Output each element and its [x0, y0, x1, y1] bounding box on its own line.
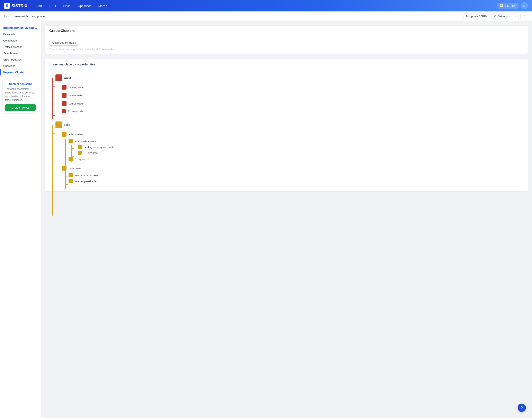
top-nav-links: Start SEO Links Optimizer More ▾	[32, 2, 497, 9]
heater-water-box	[62, 93, 67, 98]
share-button[interactable]: ↗	[520, 13, 528, 19]
person-icon: ↗	[523, 15, 525, 18]
inverter-panel-solar-label: inverter panel solar	[75, 180, 97, 183]
inverters-panel-solar-box	[69, 173, 73, 177]
heating-water-box	[62, 85, 67, 90]
content-assistant-panel: Content Assistant The Content Assistant …	[2, 80, 38, 114]
node-2-keywords[interactable]: 2 Keywords	[75, 151, 115, 155]
cluster-group-solar: solar solar system	[49, 121, 524, 183]
brand-name: SISTRIX	[12, 3, 27, 8]
list-icon: ≡	[514, 15, 516, 18]
node-water[interactable]: water	[55, 74, 524, 81]
node-inverters-panel-solar[interactable]: inverters panel solar	[69, 173, 99, 177]
breadcrumb-bar: Lists › greenmatch.co.uk opportu... ↻ Up…	[0, 12, 532, 21]
node-solar-system-water[interactable]: solar system water	[69, 139, 115, 155]
cluster-tree-visual: water heating water	[49, 74, 524, 183]
top-nav-right: SISTRIX SP	[497, 2, 528, 9]
water-label: water	[64, 76, 71, 79]
solar-system-water-label: solar system water	[75, 140, 97, 143]
nav-start[interactable]: Start	[32, 2, 46, 9]
heating-solar-system-water-label: heating solar system water	[84, 146, 115, 149]
sidebar-item-questions[interactable]: Questions	[0, 63, 41, 69]
node-panel-solar[interactable]: panel solar	[62, 166, 524, 183]
node-heater-water[interactable]: heater water	[62, 93, 524, 98]
node-source-water[interactable]: source water	[62, 101, 524, 106]
source-water-label: source water	[69, 102, 84, 105]
2-keywords-box	[78, 151, 82, 155]
breadcrumb-separator: ›	[11, 15, 12, 18]
panel-solar-label: panel solar	[69, 167, 82, 170]
solar-system-label: solar system	[69, 133, 83, 136]
group-clusters-title: Group Clusters	[45, 25, 528, 36]
source-water-box	[62, 101, 67, 106]
8-keywords-label: 8 Keywords	[75, 158, 89, 161]
node-8-keywords[interactable]: 8 Keywords	[69, 157, 115, 161]
top-navigation: S SISTRIX Start SEO Links Optimizer More…	[0, 0, 532, 12]
node-heating-water[interactable]: heating water	[62, 85, 524, 90]
sidebar-project-title: greenmatch.co.uk opp	[3, 26, 34, 29]
group-clusters-description: The clusters can be grouped to simplify …	[49, 48, 524, 51]
cluster-section-label: greenmatch.co.uk opportunities	[49, 62, 97, 67]
sidebar-item-serp-features[interactable]: SERP Features	[0, 57, 41, 63]
gear-icon: ⚙	[494, 15, 497, 18]
2-keywords-label: 2 Keywords	[84, 151, 98, 154]
nav-optimizer[interactable]: Optimizer	[74, 2, 94, 9]
optimized-by-badge[interactable]: Optimized by Traffic	[49, 40, 79, 46]
water-color-box	[55, 74, 62, 81]
more-chevron-icon: ▾	[106, 4, 107, 7]
node-heating-solar-system-water[interactable]: heating solar system water	[75, 145, 115, 149]
solar-system-water-box	[69, 139, 73, 143]
sidebar-divider	[0, 77, 41, 77]
nav-links[interactable]: Links	[60, 2, 74, 9]
sidebar-item-traffic-forecast[interactable]: Traffic Forecast	[0, 44, 41, 50]
node-water-keywords-count[interactable]: 11 Keywords	[62, 109, 524, 113]
node-inverter-panel-solar[interactable]: inverter panel solar	[69, 179, 99, 183]
sidebar-item-search-intent[interactable]: Search Intent	[0, 50, 41, 57]
sidebar-item-keyword-cluster[interactable]: Keyword Cluster	[0, 69, 41, 75]
solar-system-box	[62, 132, 67, 137]
group-clusters-card: Group Clusters Optimized by Traffic The …	[45, 25, 528, 54]
sidebar-section-header: greenmatch.co.uk opp ▲	[0, 24, 41, 31]
update-serps-button[interactable]: ↻ Update SERPs	[463, 13, 490, 19]
solar-label: solar	[64, 123, 70, 126]
user-avatar[interactable]: SP	[521, 2, 528, 9]
sistrix-logo-box: S	[4, 3, 10, 9]
water-count-box	[62, 109, 66, 113]
sidebar: greenmatch.co.uk opp ▲ Keywords Competit…	[0, 21, 41, 418]
node-solar-system[interactable]: solar system	[62, 132, 524, 163]
settings-button[interactable]: ⚙ Settings	[492, 13, 510, 19]
refresh-icon: ↻	[466, 15, 468, 18]
collapse-icon[interactable]: ▲	[35, 26, 37, 29]
heating-solar-system-water-box	[78, 145, 82, 149]
create-project-button[interactable]: Create Project	[5, 104, 35, 111]
nav-seo[interactable]: SEO	[46, 2, 59, 9]
cluster-tree-section: greenmatch.co.uk opportunities	[45, 58, 528, 192]
content-assistant-title: Content Assistant	[5, 82, 35, 85]
sidebar-item-competitors[interactable]: Competitors	[0, 37, 41, 44]
heater-water-label: heater water	[69, 94, 83, 97]
breadcrumb-lists[interactable]: Lists	[4, 15, 10, 18]
sistrix-account-button[interactable]: SISTRIX	[497, 3, 519, 9]
cluster-group-water: water heating water	[49, 74, 524, 116]
inverters-panel-solar-label: inverters panel solar	[75, 174, 99, 177]
breadcrumb-actions: ↻ Update SERPs ⚙ Settings ≡ ↗	[463, 13, 528, 19]
sidebar-item-keywords[interactable]: Keywords	[0, 31, 41, 37]
view-list-button[interactable]: ≡	[512, 13, 519, 19]
breadcrumb-current: greenmatch.co.uk opportu...	[14, 15, 47, 18]
brand-logo[interactable]: S SISTRIX	[4, 3, 27, 9]
help-button[interactable]: ?	[518, 404, 526, 412]
grid-icon	[500, 4, 503, 7]
heating-water-label: heating water	[69, 86, 84, 89]
group-clusters-body: Optimized by Traffic The clusters can be…	[45, 36, 528, 54]
water-keywords-count-label: 11 Keywords	[68, 110, 83, 113]
main-content: Group Clusters Optimized by Traffic The …	[41, 21, 532, 418]
inverter-panel-solar-box	[69, 179, 73, 183]
nav-more[interactable]: More ▾	[95, 2, 110, 9]
content-assistant-description: The Content Assistant helps you to write…	[5, 87, 35, 102]
solar-color-box	[55, 121, 62, 128]
node-solar[interactable]: solar	[55, 121, 524, 128]
main-layout: greenmatch.co.uk opp ▲ Keywords Competit…	[0, 21, 532, 418]
